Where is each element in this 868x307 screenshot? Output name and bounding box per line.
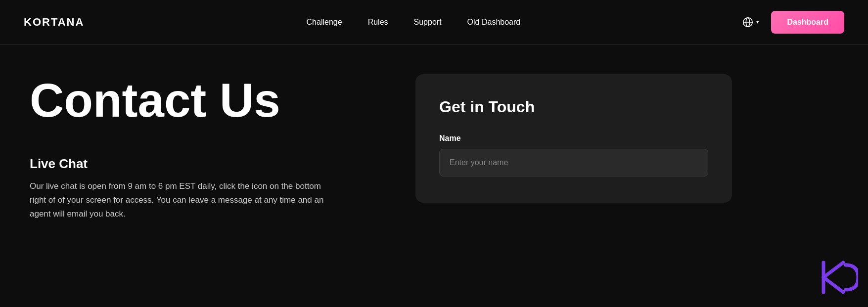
live-chat-description: Our live chat is open from 9 am to 6 pm … <box>30 179 336 221</box>
nav-item-support[interactable]: Support <box>414 18 442 27</box>
right-section: Get in Touch Name <box>415 74 732 221</box>
name-label: Name <box>439 134 708 143</box>
corner-logo-decoration <box>819 258 858 297</box>
contact-card: Get in Touch Name <box>415 74 732 203</box>
header-right: ▾ Dashboard <box>742 11 844 34</box>
nav-item-rules[interactable]: Rules <box>368 18 388 27</box>
live-chat-section: Live Chat Our live chat is open from 9 a… <box>30 156 376 221</box>
left-section: Contact Us Live Chat Our live chat is op… <box>30 74 376 221</box>
nav-item-challenge[interactable]: Challenge <box>307 18 342 27</box>
header: KORTANA Challenge Rules Support Old Dash… <box>0 0 868 44</box>
page-title: Contact Us <box>30 74 376 127</box>
live-chat-title: Live Chat <box>30 156 376 172</box>
lang-selector[interactable]: ▾ <box>742 17 759 28</box>
globe-icon <box>742 17 753 28</box>
nav-item-old-dashboard[interactable]: Old Dashboard <box>467 18 521 27</box>
chevron-down-icon: ▾ <box>756 19 759 25</box>
dashboard-button[interactable]: Dashboard <box>771 11 844 34</box>
corner-logo-icon <box>819 258 858 297</box>
name-field-group: Name <box>439 134 708 176</box>
card-title: Get in Touch <box>439 98 708 116</box>
name-input[interactable] <box>439 149 708 176</box>
logo: KORTANA <box>24 16 84 29</box>
nav: Challenge Rules Support Old Dashboard <box>307 18 521 27</box>
main-content: Contact Us Live Chat Our live chat is op… <box>0 44 868 251</box>
